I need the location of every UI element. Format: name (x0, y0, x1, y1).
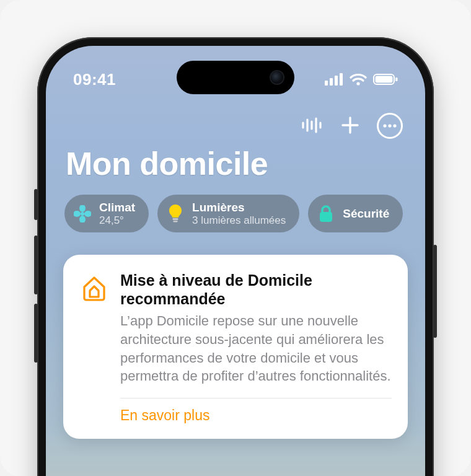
card-title: Mise à niveau de Domicile recommandée (120, 271, 392, 308)
svg-rect-24 (174, 221, 178, 223)
category-chips[interactable]: Climat 24,5° Lumières 3 lumières allumée… (64, 195, 408, 232)
home-icon (79, 294, 109, 305)
chip-label: Lumières (192, 201, 286, 214)
status-indicators (325, 68, 398, 86)
more-button[interactable] (377, 113, 403, 139)
lock-icon (317, 205, 335, 223)
phone-screen: 09:41 (46, 46, 425, 476)
waveform-icon (301, 116, 324, 136)
svg-rect-1 (330, 78, 333, 86)
svg-point-22 (84, 211, 91, 217)
chip-lights[interactable]: Lumières 3 lumières allumées (157, 195, 299, 232)
plus-icon (341, 116, 359, 136)
upgrade-card: Mise à niveau de Domicile recommandée L’… (63, 255, 408, 439)
svg-point-21 (74, 211, 81, 217)
svg-point-19 (79, 205, 86, 212)
fan-icon (73, 205, 92, 223)
status-time: 09:41 (73, 65, 116, 89)
phone-side-button (433, 245, 437, 338)
svg-rect-2 (335, 76, 338, 86)
dynamic-island (177, 61, 294, 94)
add-button[interactable] (341, 116, 359, 136)
divider (120, 398, 392, 399)
wifi-icon (350, 73, 367, 86)
chip-climate[interactable]: Climat 24,5° (64, 195, 149, 232)
svg-point-4 (356, 82, 359, 85)
cellular-icon (325, 73, 343, 86)
page-title: Mon domicile (66, 145, 408, 182)
chip-label: Climat (99, 201, 135, 214)
intercom-button[interactable] (301, 116, 324, 136)
image-frame: 09:41 (0, 0, 471, 476)
chip-value: 24,5° (99, 214, 135, 227)
ellipsis-circle-icon (377, 113, 403, 139)
svg-rect-7 (395, 77, 398, 81)
chip-security[interactable]: Sécurité (308, 195, 403, 232)
svg-rect-23 (173, 218, 178, 220)
svg-point-17 (393, 124, 396, 127)
svg-rect-0 (325, 81, 328, 86)
phone-side-button (34, 189, 38, 220)
svg-point-15 (383, 124, 386, 127)
svg-rect-25 (320, 212, 332, 222)
svg-rect-3 (340, 73, 343, 86)
svg-point-16 (388, 124, 391, 127)
svg-point-18 (81, 212, 84, 216)
chip-label: Sécurité (343, 207, 389, 221)
svg-rect-6 (376, 76, 393, 83)
chip-value: 3 lumières allumées (192, 214, 286, 227)
lightbulb-icon (166, 205, 185, 223)
phone-side-button (34, 304, 38, 363)
phone-side-button (34, 236, 38, 294)
toolbar (63, 113, 408, 139)
learn-more-link[interactable]: En savoir plus (120, 407, 209, 424)
svg-point-20 (79, 216, 86, 223)
battery-icon (373, 73, 398, 86)
card-body: L’app Domicile repose sur une nouvelle a… (120, 312, 392, 386)
iphone-frame: 09:41 (37, 37, 434, 476)
